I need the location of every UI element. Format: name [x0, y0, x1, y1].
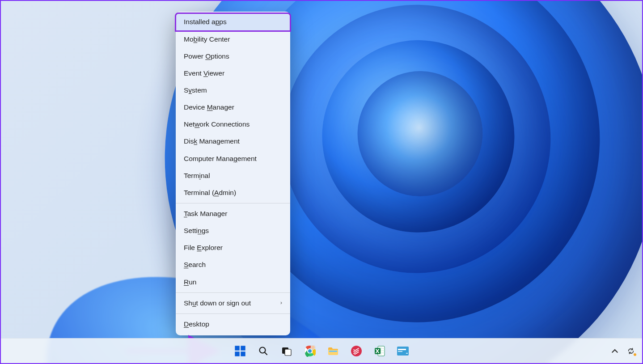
svg-rect-19: [398, 349, 406, 350]
menu-item-label: Shut down or sign out: [184, 299, 251, 308]
menu-item-power-options[interactable]: Power Options: [176, 48, 290, 65]
menu-item-desktop[interactable]: Desktop: [176, 316, 290, 333]
tray-chevron-up-icon[interactable]: [610, 346, 620, 356]
menu-separator: [176, 313, 290, 314]
svg-rect-3: [241, 351, 245, 356]
todoist-icon[interactable]: [350, 345, 363, 357]
menu-item-network-connections[interactable]: Network Connections: [176, 116, 290, 133]
menu-item-event-viewer[interactable]: Event Viewer: [176, 65, 290, 82]
menu-item-installed-apps[interactable]: Installed apps: [176, 13, 290, 30]
menu-item-label: Task Manager: [184, 209, 227, 218]
notification-dot-icon: [633, 353, 637, 356]
chevron-right-icon: ›: [280, 299, 282, 307]
menu-item-system[interactable]: System: [176, 82, 290, 99]
svg-point-12: [311, 346, 315, 349]
menu-item-label: Network Connections: [184, 120, 250, 129]
menu-item-label: Desktop: [184, 320, 209, 329]
run-dialog-icon[interactable]: [397, 345, 409, 357]
svg-point-10: [308, 349, 312, 353]
menu-item-label: Mobility Center: [184, 35, 230, 44]
excel-icon[interactable]: [373, 345, 386, 357]
menu-item-label: Installed apps: [184, 17, 227, 26]
menu-item-search[interactable]: Search: [176, 256, 290, 273]
menu-item-label: Power Options: [184, 52, 229, 61]
search-icon[interactable]: [257, 345, 270, 357]
menu-item-label: Event Viewer: [184, 69, 224, 78]
menu-item-terminal-admin[interactable]: Terminal (Admin): [176, 184, 290, 201]
menu-item-task-manager[interactable]: Task Manager: [176, 205, 290, 222]
menu-item-disk-management[interactable]: Disk Management: [176, 133, 290, 150]
svg-rect-1: [241, 346, 245, 350]
menu-item-label: Terminal: [184, 171, 210, 180]
menu-item-label: Search: [184, 260, 206, 269]
start-icon[interactable]: [234, 345, 246, 357]
menu-item-mobility-center[interactable]: Mobility Center: [176, 31, 290, 48]
taskbar: [1, 338, 642, 363]
menu-item-file-explorer[interactable]: File Explorer: [176, 239, 290, 256]
menu-item-label: Settings: [184, 226, 209, 235]
menu-item-settings[interactable]: Settings: [176, 222, 290, 239]
svg-rect-6: [285, 349, 291, 356]
winx-context-menu: Installed appsMobility CenterPower Optio…: [176, 12, 290, 335]
tray-sync-icon[interactable]: [626, 346, 636, 356]
svg-rect-20: [398, 351, 402, 352]
svg-point-15: [351, 346, 362, 356]
file-explorer-icon[interactable]: [327, 345, 339, 357]
menu-item-computer-management[interactable]: Computer Management: [176, 150, 290, 167]
svg-rect-21: [406, 353, 408, 354]
task-view-icon[interactable]: [280, 345, 293, 357]
menu-item-label: Disk Management: [184, 137, 240, 146]
menu-item-label: Device Manager: [184, 103, 234, 112]
chrome-icon[interactable]: [304, 345, 316, 357]
menu-item-label: System: [184, 86, 207, 95]
menu-item-shut-down[interactable]: Shut down or sign out›: [176, 295, 290, 312]
menu-item-label: File Explorer: [184, 243, 223, 252]
svg-rect-13: [328, 350, 338, 355]
svg-rect-0: [235, 346, 239, 350]
menu-item-terminal[interactable]: Terminal: [176, 167, 290, 184]
menu-item-label: Run: [184, 278, 196, 287]
menu-item-label: Terminal (Admin): [184, 188, 236, 197]
svg-rect-14: [329, 351, 337, 352]
menu-item-device-manager[interactable]: Device Manager: [176, 99, 290, 116]
menu-separator: [176, 203, 290, 203]
desktop-wallpaper: [1, 1, 642, 363]
menu-item-run[interactable]: Run: [176, 274, 290, 291]
menu-separator: [176, 292, 290, 293]
menu-item-label: Computer Management: [184, 154, 257, 163]
svg-rect-2: [235, 351, 239, 356]
